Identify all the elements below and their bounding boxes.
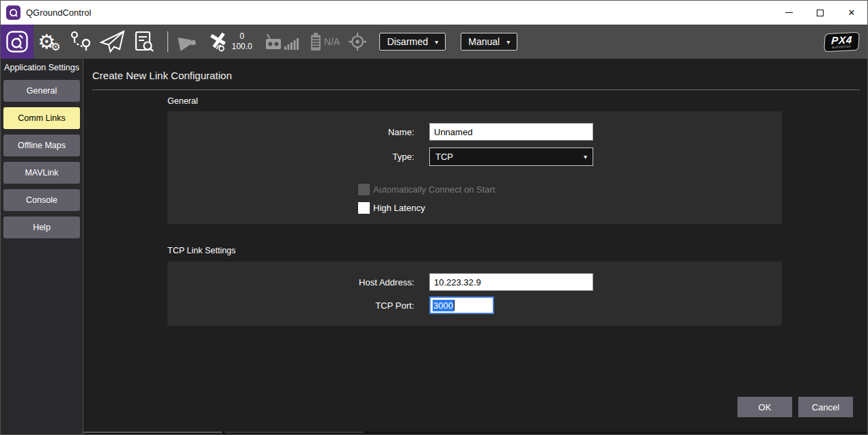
type-field-row: Type: TCP ▾	[167, 148, 782, 166]
chevron-down-icon: ▾	[506, 38, 510, 46]
app-body: Application Settings General Comm Links …	[1, 59, 867, 435]
gps-satellite-count: 0	[232, 31, 252, 42]
chevron-down-icon: ▾	[584, 153, 587, 160]
window-controls: ✕	[773, 1, 867, 25]
type-label: Type:	[167, 152, 414, 162]
sidebar-item-comm-links[interactable]: Comm Links	[3, 107, 80, 129]
tcp-port-label: TCP Port:	[167, 300, 414, 311]
toolbar-separator	[167, 31, 168, 52]
battery-value: N/A	[324, 36, 340, 47]
px4-logo-subtitle: autopilot	[830, 44, 852, 49]
signal-bars-icon	[284, 36, 299, 51]
name-field-row: Name:	[167, 123, 782, 141]
name-input[interactable]	[429, 123, 593, 141]
paper-plane-icon	[99, 30, 125, 53]
qgc-home-button[interactable]	[1, 25, 33, 59]
flight-mode-value: Manual	[468, 36, 500, 47]
name-label: Name:	[167, 127, 414, 137]
auto-connect-label: Automatically Connect on Start	[373, 184, 495, 195]
sidebar-item-console[interactable]: Console	[3, 189, 80, 211]
qgc-logo-icon	[5, 29, 29, 54]
gps-satellite-icon	[207, 31, 229, 52]
gears-small-icon: ⚙	[51, 42, 60, 53]
maximize-icon	[817, 10, 824, 16]
gps-lock-status[interactable]	[348, 32, 367, 51]
fly-view-button[interactable]	[96, 25, 128, 59]
bottom-edge-segment	[225, 432, 364, 433]
gps-values: 0 100.0	[232, 31, 252, 52]
battery-icon	[310, 31, 322, 52]
audio-megaphone-icon[interactable]	[177, 32, 198, 51]
close-icon: ✕	[848, 8, 856, 18]
minimize-icon	[785, 12, 793, 14]
titlebar[interactable]: QGroundControl ✕	[1, 1, 867, 25]
qgroundcontrol-window: QGroundControl ✕ ⚙ ⚙	[0, 0, 868, 435]
ok-button[interactable]: OK	[737, 397, 792, 417]
maximize-button[interactable]	[804, 1, 836, 25]
plan-view-button[interactable]	[65, 25, 96, 59]
high-latency-row: High Latency	[358, 202, 782, 214]
bottom-edge-segment	[83, 432, 222, 433]
auto-connect-row: Automatically Connect on Start	[358, 184, 782, 195]
sidebar-header: Application Settings	[1, 59, 83, 80]
comm-link-config-panel: Create New Link Configuration General Na…	[83, 59, 867, 435]
settings-sidebar: Application Settings General Comm Links …	[1, 59, 83, 435]
sidebar-item-general[interactable]: General	[3, 80, 80, 102]
waypoints-icon	[68, 29, 93, 54]
armed-state-value: Disarmed	[387, 36, 428, 47]
tcp-port-selected-text: 3000	[433, 300, 454, 311]
sidebar-item-help[interactable]: Help	[3, 216, 80, 238]
tcp-section-label: TCP Link Settings	[167, 246, 236, 255]
title-divider	[92, 89, 860, 90]
close-button[interactable]: ✕	[836, 1, 867, 25]
general-section-panel: Name: Type: TCP ▾ Automatically Connect …	[167, 111, 782, 224]
gps-hdop-value: 100.0	[232, 42, 252, 52]
general-section-label: General	[167, 96, 198, 106]
host-address-input[interactable]	[429, 273, 593, 291]
armed-state-dropdown[interactable]: Disarmed ▾	[379, 33, 446, 51]
analyze-button[interactable]	[128, 25, 159, 59]
px4-autopilot-logo: PX4 autopilot	[824, 31, 860, 52]
window-bottom-edge	[83, 432, 867, 435]
vehicle-setup-button[interactable]: ⚙ ⚙	[33, 25, 65, 59]
tcp-port-row: TCP Port: 3000	[167, 296, 782, 314]
sidebar-item-mavlink[interactable]: MAVLink	[3, 162, 80, 184]
battery-status[interactable]: N/A	[310, 31, 340, 52]
host-address-row: Host Address:	[167, 273, 782, 291]
qgc-swirl-icon	[8, 8, 18, 18]
text-cursor	[454, 300, 455, 311]
window-title: QGroundControl	[26, 8, 91, 18]
main-toolbar: ⚙ ⚙	[1, 25, 867, 59]
host-address-label: Host Address:	[167, 277, 414, 287]
gps-status[interactable]: 0 100.0	[207, 31, 252, 52]
minimize-button[interactable]	[773, 1, 804, 25]
tcp-port-input[interactable]: 3000	[429, 296, 494, 314]
sidebar-item-offline-maps[interactable]: Offline Maps	[3, 135, 80, 156]
qgc-app-icon	[6, 5, 21, 20]
crosshair-icon	[348, 32, 367, 51]
log-document-icon	[132, 30, 155, 53]
dialog-actions: OK Cancel	[731, 397, 853, 417]
rc-rssi-status[interactable]	[263, 32, 299, 51]
chevron-down-icon: ▾	[435, 38, 438, 46]
tcp-section-panel: Host Address: TCP Port: 3000	[167, 262, 782, 326]
high-latency-label: High Latency	[373, 203, 425, 213]
rc-transmitter-icon	[263, 32, 284, 51]
page-title: Create New Link Configuration	[92, 70, 232, 81]
toolbar-status: 0 100.0	[177, 31, 532, 52]
flight-mode-dropdown[interactable]: Manual ▾	[461, 33, 517, 51]
link-type-dropdown[interactable]: TCP ▾	[429, 148, 593, 166]
link-type-value: TCP	[435, 152, 453, 162]
high-latency-checkbox[interactable]	[358, 202, 370, 214]
auto-connect-checkbox[interactable]	[358, 184, 370, 195]
cancel-button[interactable]: Cancel	[798, 397, 853, 417]
